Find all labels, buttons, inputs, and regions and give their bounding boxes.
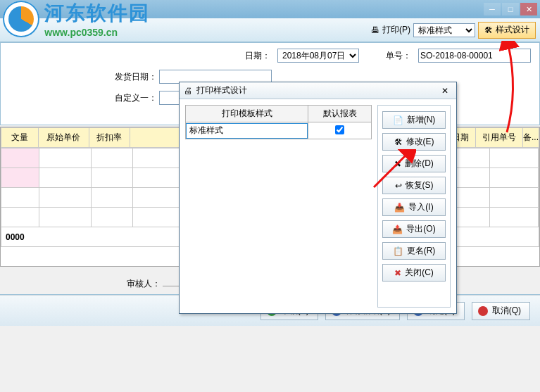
col-qty[interactable]: 文量 xyxy=(1,128,39,148)
dialog-table: 打印模板样式 默认报表 xyxy=(185,105,372,308)
custom1-label: 自定义一： xyxy=(115,93,157,103)
default-checkbox[interactable] xyxy=(335,125,344,134)
delete-icon: ✖ xyxy=(394,159,401,169)
dlg-restore-button[interactable]: ↩恢复(S) xyxy=(382,177,446,194)
dialog-titlebar[interactable]: 🖨 打印样式设计 ✕ xyxy=(180,82,456,99)
dlg-add-button[interactable]: 📄新增(N) xyxy=(382,111,446,129)
print-style-design-dialog: 🖨 打印样式设计 ✕ 打印模板样式 默认报表 📄新增(N) 🛠修改(E) ✖删除… xyxy=(179,82,457,314)
dlg-import-button[interactable]: 📥导入(I) xyxy=(382,198,446,216)
undo-icon: ↩ xyxy=(395,181,402,191)
template-name-input[interactable] xyxy=(186,123,308,139)
wrench-icon: 🛠 xyxy=(394,137,403,147)
import-icon: 📥 xyxy=(394,203,405,213)
dialog-title: 打印样式设计 xyxy=(196,84,247,96)
col-price[interactable]: 原始单价 xyxy=(38,128,89,148)
no-label: 单号： xyxy=(386,50,411,62)
wrench-icon: 🛠 xyxy=(484,25,493,35)
rename-icon: 📋 xyxy=(393,246,403,256)
print-label[interactable]: 打印(P) xyxy=(382,24,410,36)
close-icon: ✖ xyxy=(394,268,401,278)
col-remark[interactable]: 备... xyxy=(522,128,539,148)
print-icon: 🖶 xyxy=(371,25,379,35)
date-field[interactable]: 2018年08月07日 xyxy=(277,49,359,63)
date-label: 日期： xyxy=(245,50,270,62)
style-design-button[interactable]: 🛠 样式设计 xyxy=(478,22,536,39)
dialog-row[interactable] xyxy=(186,122,372,139)
col-discount[interactable]: 折扣率 xyxy=(89,128,130,148)
col-refno[interactable]: 引用单号 xyxy=(475,128,522,148)
dialog-close-button[interactable]: ✕ xyxy=(438,85,452,96)
reviewer-label: 审核人： xyxy=(127,279,161,289)
maximize-button[interactable]: □ xyxy=(502,3,519,15)
dialog-col-default: 默认报表 xyxy=(308,106,372,122)
cancel-icon xyxy=(478,306,488,316)
no-field[interactable] xyxy=(418,49,531,63)
dialog-icon: 🖨 xyxy=(184,86,192,96)
window-titlebar: ─ □ ✕ xyxy=(0,0,540,18)
dlg-delete-button[interactable]: ✖删除(D) xyxy=(382,155,446,172)
dlg-rename-button[interactable]: 📋更名(R) xyxy=(382,242,446,260)
toolbar: 🖶 打印(P) 标准样式 🛠 样式设计 xyxy=(0,18,540,42)
new-icon: 📄 xyxy=(393,115,403,125)
dlg-edit-button[interactable]: 🛠修改(E) xyxy=(382,133,446,151)
window-close-button[interactable]: ✕ xyxy=(520,3,537,15)
ship-date-label: 发货日期： xyxy=(115,72,157,82)
export-icon: 📤 xyxy=(392,225,403,234)
style-design-label: 样式设计 xyxy=(496,24,529,36)
cancel-button[interactable]: 取消(Q) xyxy=(472,302,530,320)
dialog-button-column: 📄新增(N) 🛠修改(E) ✖删除(D) ↩恢复(S) 📥导入(I) 📤导出(O… xyxy=(377,105,451,308)
dialog-col-template: 打印模板样式 xyxy=(186,106,308,122)
dlg-close-button[interactable]: ✖关闭(C) xyxy=(382,264,446,282)
minimize-button[interactable]: ─ xyxy=(484,3,501,15)
print-style-select[interactable]: 标准样式 xyxy=(413,23,475,37)
dlg-export-button[interactable]: 📤导出(O) xyxy=(382,220,446,238)
